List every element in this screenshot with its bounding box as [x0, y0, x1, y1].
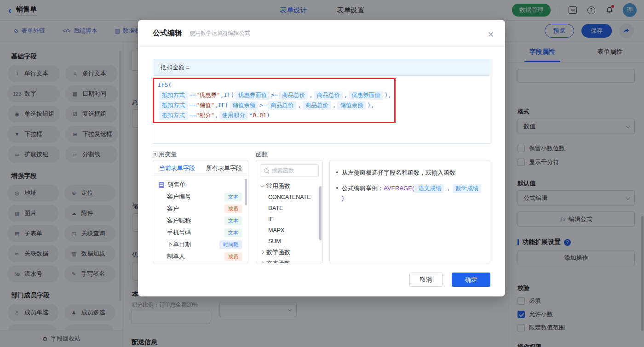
formula-token: , — [214, 112, 218, 119]
function-item[interactable]: MAPX — [256, 225, 322, 236]
tips-panel: 从左侧面板选择字段名和函数，或输入函数 公式编辑举例：AVERAGE(语文成绩，… — [329, 160, 490, 263]
tab-all-form-fields[interactable]: 所有表单字段 — [206, 164, 242, 172]
function-item[interactable]: IF — [256, 214, 322, 225]
formula-token: == — [189, 91, 196, 98]
field-chip: 优惠券面值 — [349, 91, 383, 100]
formula-token: , — [298, 102, 301, 108]
app-root: ‹ 销售单 表单设计 表单设置 数据管理 ≡A ? 理 ⊘ — [0, 0, 644, 347]
function-search-input[interactable] — [272, 167, 311, 174]
field-chip: 商品总价 — [314, 91, 343, 100]
chevron-right-icon — [260, 262, 264, 263]
field-chip: 商品总价 — [303, 101, 331, 110]
formula-token: ), — [367, 102, 374, 108]
formula-token: ), — [385, 91, 391, 98]
formula-token: IFS( — [158, 81, 172, 88]
function-item[interactable]: SUM — [256, 236, 322, 247]
functions-scrollbar[interactable] — [319, 186, 322, 240]
functions-label: 函数 — [256, 150, 268, 159]
tab-current-form-fields[interactable]: 当前表单字段 — [159, 164, 195, 172]
variable-name: 手机号码 — [167, 228, 224, 237]
variable-name: 下单日期 — [167, 240, 219, 249]
chevron-right-icon — [260, 250, 264, 254]
formula-token: == — [189, 102, 196, 108]
formula-editor-modal: 公式编辑 使用数学运算符编辑公式 ✕ 抵扣金额 = IFS(抵扣方式=="优惠券… — [138, 20, 505, 296]
formula-lines: IFS(抵扣方式=="优惠券",IF(优惠券面值>=商品总价,商品总价,优惠券面… — [158, 80, 485, 120]
form-node[interactable]: 销售单 — [153, 179, 248, 191]
variable-type-badge: 时间戳 — [219, 240, 242, 249]
variable-name: 制单人 — [167, 252, 224, 261]
variable-name: 客户编号 — [167, 193, 224, 201]
function-group-collapsed[interactable]: 数学函数 — [256, 247, 322, 258]
variable-row[interactable]: 手机号码文本 — [153, 227, 248, 239]
functions-panel: 常用函数CONCATENATEDATEIFMAPXSUM数学函数文本函数 — [256, 160, 323, 263]
formula-line: IFS( — [158, 80, 485, 90]
variable-type-badge: 文本 — [224, 216, 242, 225]
formula-token: == — [189, 112, 196, 119]
variable-row[interactable]: 客户昵称文本 — [153, 215, 248, 227]
variables-panel: 当前表单字段 所有表单字段 销售单 客户编号文本客户成员客户昵称文本手机号码文本… — [153, 160, 248, 263]
field-chip: 语文成绩 — [415, 184, 444, 193]
field-chip: 抵扣方式 — [159, 111, 188, 120]
formula-token: ) — [266, 112, 270, 119]
cancel-button[interactable]: 取消 — [409, 273, 443, 287]
form-doc-icon — [159, 182, 164, 188]
field-chip: 抵扣方式 — [159, 91, 188, 100]
variable-name: 客户昵称 — [167, 216, 224, 225]
variable-row[interactable]: 制单人成员 — [153, 250, 248, 262]
modal-title: 公式编辑 — [153, 28, 182, 38]
function-item[interactable]: DATE — [256, 203, 322, 214]
variable-type-badge: 成员 — [224, 205, 242, 213]
formula-token: >= — [271, 91, 278, 98]
close-icon[interactable]: ✕ — [488, 30, 494, 40]
confirm-button[interactable]: 确定 — [452, 273, 490, 287]
variable-row[interactable]: 下单日期时间戳 — [153, 239, 248, 250]
function-list: 常用函数CONCATENATEDATEIFMAPXSUM数学函数文本函数 — [256, 181, 322, 263]
formula-token: ,IF( — [214, 102, 228, 108]
function-group-collapsed[interactable]: 文本函数 — [256, 258, 322, 263]
formula-line: 抵扣方式=="储值",IF(储值余额>=商品总价,商品总价,储值余额), — [158, 100, 485, 110]
formula-token: "优惠券" — [196, 91, 220, 98]
variables-scrollbar[interactable] — [245, 179, 247, 205]
formula-target: 抵扣金额 = — [153, 59, 490, 75]
formula-token: ,IF( — [220, 91, 234, 98]
function-group-name: 文本函数 — [266, 259, 290, 263]
field-chip: 使用积分 — [219, 111, 248, 120]
formula-token: , — [344, 91, 348, 98]
formula-line: 抵扣方式=="优惠券",IF(优惠券面值>=商品总价,商品总价,优惠券面值), — [158, 90, 485, 100]
function-group-name: 常用函数 — [266, 182, 290, 190]
example-function: AVERAGE( — [384, 185, 414, 192]
formula-token: , — [309, 91, 313, 98]
field-chip: 储值余额 — [337, 101, 366, 110]
formula-token: , — [333, 102, 336, 108]
variable-type-badge: 文本 — [224, 193, 242, 201]
variable-rows: 客户编号文本客户成员客户昵称文本手机号码文本下单日期时间戳制单人成员 — [153, 191, 248, 262]
search-icon — [264, 168, 269, 173]
formula-token: "积分" — [196, 112, 214, 119]
formula-token: >= — [259, 102, 266, 108]
variable-name: 客户 — [167, 205, 224, 213]
variable-row[interactable]: 客户编号文本 — [153, 191, 248, 203]
chevron-down-icon — [260, 183, 264, 187]
function-item[interactable]: CONCATENATE — [256, 192, 322, 203]
function-search[interactable] — [260, 164, 319, 177]
formula-token: 0.01 — [253, 112, 266, 119]
field-chip: 抵扣方式 — [159, 101, 188, 110]
tip-line: 公式编辑举例：AVERAGE(语文成绩，数学成绩) — [336, 183, 483, 203]
modal-subtitle: 使用数学运算符编辑公式 — [190, 29, 250, 37]
function-group-name: 数学函数 — [266, 248, 290, 256]
field-chip: 储值余额 — [230, 101, 258, 110]
variable-type-badge: 成员 — [224, 252, 242, 261]
formula-token: "储值" — [196, 102, 214, 108]
formula-editor[interactable]: IFS(抵扣方式=="优惠券",IF(优惠券面值>=商品总价,商品总价,优惠券面… — [153, 75, 490, 144]
function-group-expanded[interactable]: 常用函数 — [256, 181, 322, 192]
variable-row[interactable]: 客户成员 — [153, 203, 248, 215]
variable-type-badge: 文本 — [224, 228, 242, 237]
formula-line: 抵扣方式=="积分",使用积分*0.01) — [158, 110, 485, 120]
field-chip: 商品总价 — [268, 101, 296, 110]
field-chip: 数学成绩 — [453, 184, 481, 193]
variables-label: 可用变量 — [153, 150, 177, 159]
field-chip: 商品总价 — [279, 91, 308, 100]
tip-line: 从左侧面板选择字段名和函数，或输入函数 — [336, 168, 483, 177]
field-chip: 优惠券面值 — [236, 91, 270, 100]
